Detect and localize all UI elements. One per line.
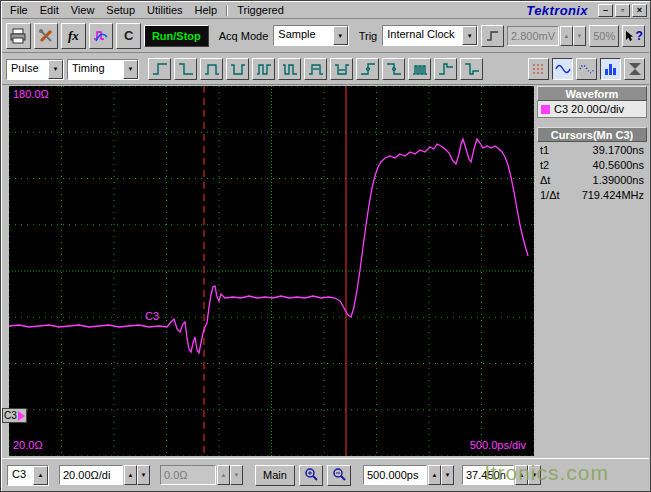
vector-display-button[interactable] <box>552 58 573 80</box>
cursors-button[interactable]: C <box>116 23 141 49</box>
zoom-out-icon <box>332 467 347 482</box>
negative-duty-button[interactable] <box>330 58 353 80</box>
vertical-max-label: 180.0Ω <box>13 88 49 100</box>
horizontal-position-control: 37.450n ▲ ▼ <box>462 465 541 485</box>
vertical-offset-value[interactable]: 0.0Ω <box>160 465 216 485</box>
menu-setup[interactable]: Setup <box>100 3 141 17</box>
chevron-down-icon: ▼ <box>462 26 477 45</box>
minimize-button[interactable]: – <box>598 4 613 17</box>
spin-down-icon[interactable]: ▼ <box>528 465 541 485</box>
tools-icon <box>38 28 54 44</box>
c-icon: C <box>124 28 133 43</box>
readout-value: 1.39000ns <box>593 174 644 186</box>
measurement-category-value: Pulse <box>7 60 48 79</box>
horizontal-scale-spinner: ▲ ▼ <box>428 465 454 485</box>
spin-up-icon[interactable]: ▲ <box>217 465 230 485</box>
cursors-panel-header: Cursors(Mn C3) <box>537 127 647 142</box>
main-toolbar: fx C Run/Stop Acq Mode Sample ▼ Trig Int… <box>2 19 649 53</box>
trigger-slope-button[interactable] <box>481 25 504 47</box>
spin-up-icon[interactable]: ▲ <box>515 465 528 485</box>
measurement-category-select[interactable]: Pulse ▼ <box>6 59 64 80</box>
horizontal-position-value[interactable]: 37.450n <box>462 465 514 485</box>
vertical-offset-spinner: ▲ ▼ <box>217 465 243 485</box>
negative-overshoot-button[interactable] <box>460 58 483 80</box>
readout-label: t1 <box>540 144 549 156</box>
trigger-level-value[interactable]: 2.800mV <box>507 26 559 46</box>
vertical-min-label: 20.0Ω <box>13 439 43 451</box>
period-button[interactable] <box>252 58 275 80</box>
spin-up-icon[interactable]: ▲ <box>428 465 441 485</box>
burst-width-button[interactable] <box>408 58 431 80</box>
burst-width-icon <box>412 62 428 76</box>
measurement-group-select[interactable]: Timing ▼ <box>67 59 139 80</box>
channel-marker[interactable]: C3 <box>2 408 27 423</box>
horizontal-scale-value[interactable]: 500.000ps <box>363 465 427 485</box>
menu-view[interactable]: View <box>65 3 101 17</box>
readout-t2: t2 40.5600ns <box>537 157 647 172</box>
graticule <box>9 86 534 456</box>
mask-test-button[interactable] <box>624 58 645 80</box>
zoom-out-button[interactable] <box>327 465 351 486</box>
dots-display-button[interactable] <box>528 58 549 80</box>
positive-overshoot-button[interactable] <box>434 58 457 80</box>
acq-mode-select[interactable]: Sample ▼ <box>273 25 348 46</box>
c3-waveform-trace[interactable] <box>9 139 528 353</box>
vector-display-icon <box>555 61 571 77</box>
trigger-level-control: 2.800mV ▲ ▼ <box>507 26 586 46</box>
persistence-display-button[interactable] <box>576 58 597 80</box>
menu-edit[interactable]: Edit <box>34 3 65 17</box>
chevron-up-icon: ▲ <box>33 466 48 485</box>
negative-width-button[interactable] <box>226 58 249 80</box>
vertical-scale-value[interactable]: 20.00Ω/di <box>59 465 123 485</box>
mask-test-icon <box>627 61 643 77</box>
channel-marker-label: C3 <box>4 410 17 421</box>
histogram-button[interactable] <box>600 58 621 80</box>
positive-width-button[interactable] <box>200 58 223 80</box>
main-timebase-button[interactable]: Main <box>255 465 295 486</box>
negative-overshoot-icon <box>464 62 480 76</box>
menu-file[interactable]: File <box>4 3 34 17</box>
fx-icon: fx <box>68 28 79 44</box>
close-button[interactable]: × <box>632 4 647 17</box>
waveform-list-item[interactable]: C3 20.00Ω/div <box>537 101 647 118</box>
spin-down-icon[interactable]: ▼ <box>137 465 150 485</box>
period-icon <box>256 62 272 76</box>
positive-duty-icon <box>308 62 324 76</box>
trigger-level-spinner: ▲ ▼ <box>560 26 586 46</box>
spin-down-icon[interactable]: ▼ <box>230 465 243 485</box>
zoom-in-button[interactable] <box>299 465 323 486</box>
chevron-down-icon: ▼ <box>333 26 348 45</box>
spin-up-icon[interactable]: ▲ <box>560 26 573 46</box>
maximize-button[interactable]: ▫ <box>615 4 630 17</box>
spin-down-icon[interactable]: ▼ <box>441 465 454 485</box>
menu-help[interactable]: Help <box>189 3 224 17</box>
acq-mode-label: Acq Mode <box>219 30 269 42</box>
display-colors-button[interactable] <box>89 23 114 49</box>
math-button[interactable]: fx <box>61 23 86 49</box>
set-50-button[interactable]: 50% <box>589 25 619 47</box>
positive-crossing-button[interactable] <box>356 58 379 80</box>
trigger-source-select[interactable]: Internal Clock ▼ <box>382 25 478 46</box>
question-mark-icon: ? <box>635 29 642 43</box>
readout-label: Δt <box>540 174 550 186</box>
oscilloscope-window: File Edit View Setup Utilities Help Trig… <box>0 0 651 492</box>
scope-display: 180.0Ω 20.0Ω 500.0ps/div C3 <box>9 86 534 456</box>
spin-up-icon[interactable]: ▲ <box>124 465 137 485</box>
positive-duty-button[interactable] <box>304 58 327 80</box>
channel-select[interactable]: C3 ▲ <box>7 465 49 486</box>
frequency-button[interactable] <box>278 58 301 80</box>
fall-time-button[interactable] <box>174 58 197 80</box>
spin-down-icon[interactable]: ▼ <box>573 26 586 46</box>
negative-crossing-button[interactable] <box>382 58 405 80</box>
menu-utilities[interactable]: Utilities <box>141 3 188 17</box>
trigger-source-value: Internal Clock <box>383 26 462 45</box>
tools-button[interactable] <box>34 23 59 49</box>
negative-width-icon <box>230 62 246 76</box>
help-button[interactable]: ? <box>622 25 645 47</box>
print-button[interactable] <box>6 23 31 49</box>
run-stop-button[interactable]: Run/Stop <box>144 25 209 47</box>
positive-overshoot-icon <box>438 62 454 76</box>
side-panel: Waveform C3 20.00Ω/div Cursors(Mn C3) t1… <box>537 86 647 456</box>
fall-time-icon <box>178 62 194 76</box>
rise-time-button[interactable] <box>148 58 171 80</box>
